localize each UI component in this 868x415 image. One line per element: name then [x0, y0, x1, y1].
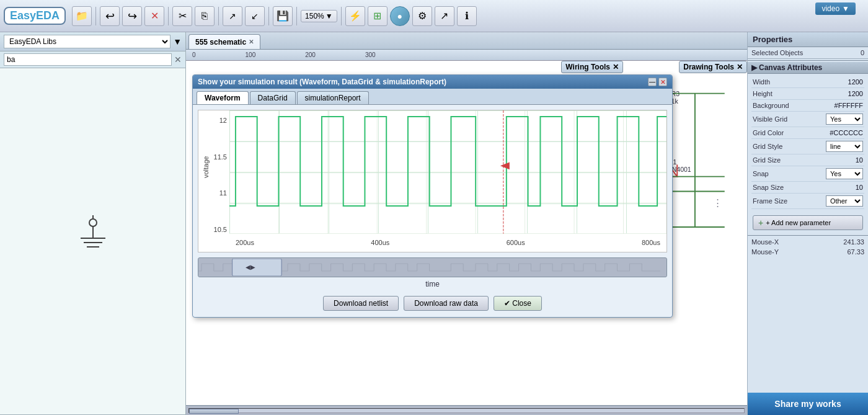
mouse-x-value: 241.33 [843, 238, 864, 246]
grid-color-value[interactable]: #CCCCCC [826, 129, 863, 136]
snap-size-value[interactable]: 10 [826, 184, 863, 191]
background-value[interactable]: #FFFFFF [826, 102, 863, 109]
toolbar: EasyEDA 📁 ↩ ↪ ✕ ✂ ⎘ ↗ ↙ 💾 150% ▼ ⚡ ⊞ ● ⚙… [0, 0, 868, 32]
add-parameter-button[interactable]: + + Add new parameter [753, 215, 863, 230]
properties-section: Width 1200 Height 1200 Background #FFFFF… [748, 74, 868, 212]
scroll-thumb-horizontal[interactable] [189, 409, 239, 414]
drawing-tools-label: Drawing Tools [683, 63, 734, 71]
share-btn-label: Share my works [774, 399, 841, 409]
props-divider [748, 60, 868, 61]
height-value[interactable]: 1200 [826, 90, 863, 97]
sim-close-button[interactable]: ✕ [658, 78, 667, 86]
schematic-canvas[interactable]: Wiring Tools ✕ Drawing Tools ✕ R3 1k D1 [186, 61, 747, 405]
svg-text:⋮: ⋮ [713, 197, 722, 208]
wiring-tools-close[interactable]: ✕ [613, 63, 619, 71]
tab-bar: 555 schematic ✕ [186, 32, 747, 50]
canvas-expand-icon: ▶ [751, 63, 757, 72]
prop-row-height: Height 1200 [751, 88, 864, 100]
schematic-area[interactable]: 0 100 200 300 Wiring Tools ✕ Drawing Too… [186, 50, 747, 415]
simulation-dialog: Show your simulation result (Waveform, D… [192, 74, 673, 318]
sim-title-text: Show your simulation result (Waveform, D… [198, 78, 446, 86]
search-clear-button[interactable]: ✕ [174, 55, 182, 65]
svg-rect-34 [232, 259, 281, 276]
visible-grid-label: Visible Grid [753, 115, 826, 123]
y-label-115: 11.5 [214, 153, 227, 161]
export-button[interactable]: ↗ [223, 6, 242, 26]
visible-grid-select[interactable]: YesNo [826, 114, 863, 125]
copy-button[interactable]: ⎘ [195, 6, 215, 26]
ruler-mark-100: 100 [246, 51, 256, 58]
video-badge[interactable]: video ▼ [815, 2, 856, 15]
tab-555-schematic[interactable]: 555 schematic ✕ [188, 34, 260, 49]
x-axis-labels: 200us 400us 600us 800us [229, 233, 666, 252]
grid-style-select[interactable]: linedot [826, 141, 863, 152]
lib-header: EasyEDA Libs ▼ [0, 32, 185, 51]
sim-tab-report[interactable]: simulationReport [297, 91, 369, 104]
height-label: Height [753, 90, 826, 97]
toolbar-separator-5 [296, 7, 297, 25]
undo-button[interactable]: ↩ [100, 6, 120, 26]
ruler-mark-200: 200 [305, 51, 316, 58]
sim-tab-datagrid[interactable]: DataGrid [250, 91, 296, 104]
y-label-105: 10.5 [214, 226, 227, 233]
component-svg [68, 210, 118, 272]
svg-text:◀▶: ◀▶ [246, 264, 255, 270]
sim-tabs: Waveform DataGrid simulationReport [193, 89, 672, 105]
settings-button[interactable]: ⚙ [412, 6, 432, 26]
x-label-400: 400us [371, 239, 389, 246]
color-button[interactable]: ● [390, 6, 410, 26]
search-input[interactable] [4, 53, 172, 66]
width-value[interactable]: 1200 [826, 78, 863, 86]
scroll-track[interactable] [188, 408, 745, 413]
video-label: video [822, 4, 839, 13]
mouse-y-row: Mouse-Y 67.33 [748, 247, 868, 257]
sim-tab-waveform[interactable]: Waveform [197, 91, 249, 104]
delete-button[interactable]: ✕ [144, 6, 164, 26]
bottom-scrollbar[interactable] [186, 405, 747, 415]
sim-title-bar: Show your simulation result (Waveform, D… [193, 75, 672, 89]
share-my-works-button[interactable]: Share my works [748, 393, 868, 415]
download-netlist-button[interactable]: Download netlist [323, 296, 399, 311]
route-button[interactable]: ⚡ [345, 6, 365, 26]
logo-text: Easy [10, 9, 36, 22]
lib-expand-icon[interactable]: ▼ [173, 37, 182, 47]
logo-span: EDA [36, 9, 60, 22]
scrollbar-area[interactable]: ◀▶ [198, 257, 667, 277]
mouse-divider [748, 235, 868, 236]
tab-close-icon[interactable]: ✕ [249, 38, 254, 45]
zoom-control[interactable]: 150% ▼ [301, 10, 337, 22]
prop-row-grid-style: Grid Style linedot [751, 139, 864, 154]
x-label-200: 200us [236, 239, 254, 246]
sim-minimize-button[interactable]: — [648, 78, 657, 86]
grid-size-value[interactable]: 10 [826, 156, 863, 164]
save-button[interactable]: 💾 [273, 6, 293, 26]
snap-select[interactable]: YesNo [826, 168, 863, 179]
lib-selector[interactable]: EasyEDA Libs [4, 35, 170, 48]
selected-count: 0 [861, 49, 864, 56]
toolbar-separator-2 [168, 7, 169, 25]
properties-title: Properties [753, 35, 792, 44]
time-label-text: time [425, 280, 440, 288]
scrollbar-preview-svg: ◀▶ [198, 259, 666, 276]
sim-buttons: Download netlist Download raw data ✔ Clo… [193, 292, 672, 317]
frame-size-select[interactable]: OtherA4A3 [826, 195, 863, 207]
open-button[interactable]: 📁 [72, 6, 92, 26]
grid-view-button[interactable]: ⊞ [368, 6, 388, 26]
drawing-tools-close[interactable]: ✕ [737, 63, 743, 71]
canvas-attributes-title: Canvas Attributes [759, 63, 822, 72]
width-label: Width [753, 78, 826, 86]
cut-button[interactable]: ✂ [172, 6, 192, 26]
y-axis-labels: 12 11.5 11 10.5 [198, 117, 229, 233]
info-button[interactable]: ℹ [457, 6, 477, 26]
wiring-tools-panel: Wiring Tools ✕ [561, 61, 623, 73]
share-toolbar-button[interactable]: ↗ [435, 6, 454, 26]
center-area: 555 schematic ✕ 0 100 200 300 Wiring Too… [186, 32, 747, 415]
ruler-mark-0: 0 [192, 51, 196, 58]
import-button[interactable]: ↙ [245, 6, 265, 26]
redo-button[interactable]: ↪ [122, 6, 142, 26]
download-raw-button[interactable]: Download raw data [404, 296, 489, 311]
close-sim-button[interactable]: ✔ Close [494, 296, 542, 311]
y-label-12: 12 [219, 117, 227, 124]
prop-row-visible-grid: Visible Grid YesNo [751, 112, 864, 127]
app-logo[interactable]: EasyEDA [4, 7, 66, 25]
